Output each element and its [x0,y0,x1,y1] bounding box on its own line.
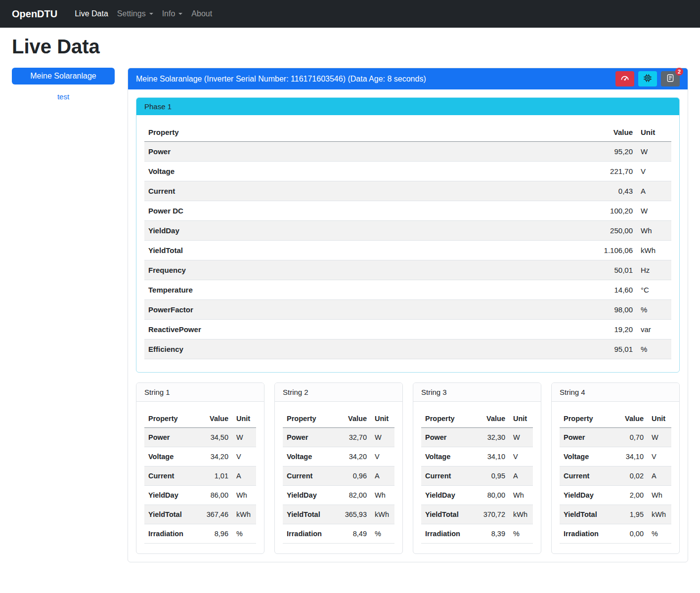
cell-unit: A [371,466,394,486]
cell-value: 80,00 [474,486,509,505]
column-header-property: Property [560,410,612,428]
cell-value: 0,00 [612,524,648,544]
cell-property: YieldDay [144,486,197,505]
cell-value: 0,95 [474,466,509,486]
cell-unit: V [648,447,671,466]
cell-value: 98,00 [568,300,637,320]
nav-item-live-data[interactable]: Live Data [70,5,113,22]
top-navbar: OpenDTU Live Data Settings Info About [0,0,700,28]
table-row: YieldTotal1.106,06kWh [144,241,671,260]
cell-property: YieldDay [144,221,568,241]
chevron-down-icon [178,13,182,15]
nav-item-about[interactable]: About [187,5,217,22]
journal-icon [666,74,675,84]
table-row: Current0,43A [144,181,671,201]
table-row: Voltage34,20V [144,447,256,466]
cell-value: 0,96 [335,466,371,486]
cell-property: Power [560,428,612,447]
phase-table-body: Power95,20WVoltage221,70VCurrent0,43APow… [144,142,671,359]
column-header-unit: Unit [648,410,671,428]
inverter-sidebar: Meine Solaranlage test [12,68,115,101]
inverter-panel-header: Meine Solaranlage (Inverter Serial Numbe… [128,68,688,89]
cell-unit: Wh [371,486,394,505]
cell-unit: Hz [637,260,671,280]
cell-property: Power [283,428,335,447]
table-row: Power0,70W [560,428,671,447]
table-row: YieldTotal1,95kWh [560,505,671,524]
table-row: Temperature14,60°C [144,280,671,300]
cell-property: YieldTotal [421,505,474,524]
cell-value: 367,46 [197,505,232,524]
event-log-button[interactable]: 2 [661,71,680,86]
cell-property: Irradiation [421,524,474,544]
cell-value: 34,50 [197,428,232,447]
cell-property: Irradiation [560,524,612,544]
limit-settings-button[interactable] [615,71,634,86]
cell-value: 221,70 [568,162,637,181]
cell-unit: kWh [509,505,533,524]
cell-unit: % [637,300,671,320]
app-brand[interactable]: OpenDTU [12,8,57,20]
inverter-link-test[interactable]: test [12,92,115,101]
cell-property: Current [144,466,197,486]
column-header-value: Value [335,410,371,428]
table-row: Current0,96A [283,466,394,486]
cell-unit: % [371,524,394,544]
inverter-select-button[interactable]: Meine Solaranlage [12,68,115,85]
table-row: Irradiation8,49% [283,524,394,544]
cell-property: Voltage [421,447,474,466]
table-row: YieldDay250,00Wh [144,221,671,241]
device-info-button[interactable] [638,71,657,86]
cell-property: Voltage [144,447,197,466]
column-header-value: Value [474,410,509,428]
cell-unit: kWh [371,505,394,524]
cell-unit: A [637,181,671,201]
cell-value: 1,01 [197,466,232,486]
nav-item-info[interactable]: Info [158,5,187,22]
phase-card: Phase 1 Property Value Unit Power95,20WV… [136,97,680,373]
cell-unit: % [509,524,533,544]
cell-property: ReactivePower [144,320,568,339]
cell-value: 0,70 [612,428,648,447]
string-card: String 3 Property Value Unit Power32,30W… [413,382,541,554]
string-table: Property Value Unit Power0,70WVoltage34,… [560,410,671,544]
table-row: Irradiation8,96% [144,524,256,544]
cell-unit: % [637,339,671,359]
nav-item-settings[interactable]: Settings [113,5,158,22]
cell-unit: V [637,162,671,181]
table-row: YieldDay82,00Wh [283,486,394,505]
cell-value: 2,00 [612,486,648,505]
cell-value: 82,00 [335,486,371,505]
cell-value: 34,20 [335,447,371,466]
string-card-title: String 4 [552,383,679,402]
table-row: Frequency50,01Hz [144,260,671,280]
string-card: String 1 Property Value Unit Power34,50W… [136,382,264,554]
table-row: Current1,01A [144,466,256,486]
column-header-property: Property [283,410,335,428]
cell-value: 34,20 [197,447,232,466]
table-row: YieldDay80,00Wh [421,486,533,505]
cell-value: 34,10 [474,447,509,466]
table-header-row: Property Value Unit [421,410,533,428]
table-header-row: Property Value Unit [283,410,394,428]
cell-property: YieldTotal [144,241,568,260]
cell-property: Voltage [144,162,568,181]
string-card: String 2 Property Value Unit Power32,70W… [274,382,403,554]
table-row: Irradiation8,39% [421,524,533,544]
column-header-property: Property [144,410,197,428]
table-header-row: Property Value Unit [144,410,256,428]
string-card-title: String 1 [136,383,264,402]
cell-unit: V [232,447,256,466]
string-grid: String 1 Property Value Unit Power34,50W… [136,382,680,554]
cell-property: YieldDay [421,486,474,505]
table-row: YieldTotal365,93kWh [283,505,394,524]
gauge-icon [620,74,629,84]
cell-property: Power [144,142,568,162]
column-header-property: Property [144,123,568,142]
cell-value: 86,00 [197,486,232,505]
cell-property: YieldTotal [283,505,335,524]
cell-property: Voltage [283,447,335,466]
table-row: Voltage34,10V [421,447,533,466]
cell-property: YieldTotal [144,505,197,524]
table-row: Power34,50W [144,428,256,447]
